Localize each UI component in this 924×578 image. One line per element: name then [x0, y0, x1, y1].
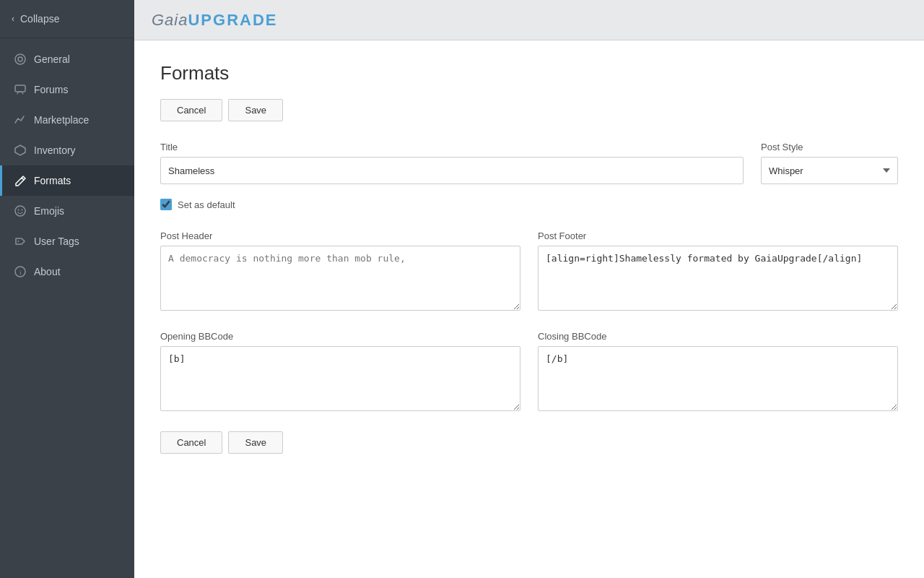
bottom-button-row: Cancel Save [160, 431, 898, 454]
marketplace-icon [14, 113, 27, 126]
set-default-label[interactable]: Set as default [178, 199, 235, 210]
svg-point-5 [18, 210, 19, 211]
svg-point-4 [15, 206, 25, 216]
sidebar-item-label: User Tags [34, 236, 79, 247]
title-group: Title [160, 142, 744, 184]
post-footer-label: Post Footer [538, 230, 898, 241]
post-header-textarea[interactable] [160, 246, 520, 311]
sidebar: ‹ Collapse General Forums [0, 0, 134, 578]
title-input[interactable] [160, 157, 744, 184]
chevron-left-icon: ‹ [12, 14, 14, 24]
cancel-bottom-button[interactable]: Cancel [160, 431, 222, 454]
post-style-group: Post Style Whisper Normal Shout [761, 142, 898, 184]
sidebar-item-emojis[interactable]: Emojis [0, 196, 134, 226]
sidebar-item-formats[interactable]: Formats [0, 165, 134, 196]
svg-point-1 [18, 57, 22, 61]
sidebar-item-label: Forums [34, 84, 68, 95]
sidebar-item-label: About [34, 266, 61, 277]
sidebar-item-label: Emojis [34, 205, 64, 217]
post-style-label: Post Style [761, 142, 898, 152]
opening-bbcode-textarea[interactable]: [b] [160, 346, 520, 411]
save-top-button[interactable]: Save [228, 99, 283, 121]
post-style-select[interactable]: Whisper Normal Shout [761, 157, 898, 184]
top-button-row: Cancel Save [160, 99, 898, 121]
sidebar-item-label: General [34, 53, 70, 65]
sidebar-item-label: Marketplace [34, 114, 89, 126]
svg-text:i: i [19, 269, 22, 276]
set-default-checkbox[interactable] [160, 199, 172, 210]
logo-gaia: Gaia [152, 11, 188, 29]
post-footer-textarea[interactable]: [align=right]Shamelessly formated by Gai… [538, 246, 898, 311]
svg-marker-3 [15, 145, 25, 155]
svg-point-7 [18, 241, 19, 242]
closing-bbcode-group: Closing BBCode [/b] [538, 331, 898, 411]
app-header: GaiaUpgrade [134, 0, 924, 40]
sidebar-nav: General Forums Marketplace [0, 38, 134, 578]
opening-bbcode-label: Opening BBCode [160, 331, 520, 342]
header-footer-row: Post Header Post Footer [align=right]Sha… [160, 230, 898, 311]
formats-icon [14, 174, 27, 187]
title-poststyle-row: Title Post Style Whisper Normal Shout [160, 142, 898, 184]
post-footer-group: Post Footer [align=right]Shamelessly for… [538, 230, 898, 311]
about-icon: i [14, 265, 27, 278]
app-logo: GaiaUpgrade [152, 11, 278, 30]
post-header-group: Post Header [160, 230, 520, 311]
emojis-icon [14, 204, 27, 217]
page-title: Formats [160, 62, 898, 85]
sidebar-item-forums[interactable]: Forums [0, 74, 134, 105]
svg-rect-2 [15, 85, 25, 92]
collapse-button[interactable]: ‹ Collapse [0, 0, 134, 38]
post-header-label: Post Header [160, 230, 520, 241]
svg-point-6 [22, 210, 23, 211]
forums-icon [14, 83, 27, 96]
svg-point-0 [15, 54, 25, 64]
bbcode-row: Opening BBCode [b] Closing BBCode [/b] [160, 331, 898, 411]
sidebar-item-inventory[interactable]: Inventory [0, 135, 134, 165]
collapse-label: Collapse [20, 13, 59, 25]
sidebar-item-about[interactable]: i About [0, 256, 134, 287]
sidebar-item-general[interactable]: General [0, 44, 134, 74]
sidebar-item-label: Formats [34, 175, 71, 186]
title-label: Title [160, 142, 744, 152]
save-bottom-button[interactable]: Save [228, 431, 283, 454]
sidebar-item-marketplace[interactable]: Marketplace [0, 105, 134, 135]
sidebar-item-user-tags[interactable]: User Tags [0, 226, 134, 256]
general-icon [14, 53, 27, 66]
logo-upgrade: Upgrade [188, 11, 277, 29]
main-area: GaiaUpgrade Formats Cancel Save Title Po… [134, 0, 924, 578]
set-default-row: Set as default [160, 199, 898, 210]
user-tags-icon [14, 235, 27, 248]
cancel-top-button[interactable]: Cancel [160, 99, 222, 121]
sidebar-item-label: Inventory [34, 144, 76, 156]
opening-bbcode-group: Opening BBCode [b] [160, 331, 520, 411]
closing-bbcode-textarea[interactable]: [/b] [538, 346, 898, 411]
inventory-icon [14, 144, 27, 157]
closing-bbcode-label: Closing BBCode [538, 331, 898, 342]
main-content: Formats Cancel Save Title Post Style Whi… [134, 40, 924, 578]
